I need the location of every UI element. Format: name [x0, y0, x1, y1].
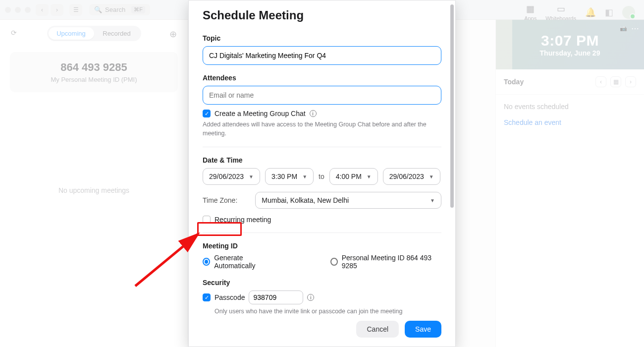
datetime-label: Date & Time	[203, 156, 441, 164]
start-time-select[interactable]: 3:30 PM ▼	[265, 168, 314, 185]
passcode-label: Passcode	[215, 293, 245, 301]
dialog-footer: Cancel Save	[189, 315, 455, 347]
meetingid-options: Generate Automatically Personal Meeting …	[203, 254, 441, 270]
cancel-button[interactable]: Cancel	[356, 321, 399, 338]
left-column: ⟳ ⊕ Upcoming Recorded 864 493 9285 My Pe…	[0, 20, 188, 347]
scrollbar-thumb[interactable]	[450, 4, 454, 208]
nav-back-button[interactable]: ‹	[36, 4, 49, 16]
nav-forward-button[interactable]: ›	[51, 4, 63, 16]
info-icon[interactable]: i	[307, 294, 314, 301]
topic-section: Topic	[203, 34, 441, 65]
zoom-dot[interactable]	[25, 7, 31, 13]
close-dot[interactable]	[5, 7, 11, 13]
calendar-button[interactable]: ▦	[610, 76, 621, 87]
clock-time: 3:07 PM	[541, 32, 599, 49]
apps-icon: ▦	[526, 3, 535, 14]
chevron-down-icon: ▼	[430, 198, 435, 203]
chevron-down-icon: ▼	[302, 174, 307, 179]
recurring-row: Recurring meeting	[203, 216, 441, 224]
top-right-icons: ▦ Apps ▭ Whiteboards 🔔 ◧	[524, 3, 635, 21]
timezone-select[interactable]: Mumbai, Kolkata, New Delhi ▼	[255, 192, 441, 209]
meetingid-label: Meeting ID	[203, 242, 441, 250]
passcode-help: Only users who have the invite link or p…	[215, 307, 441, 315]
tab-upcoming[interactable]: Upcoming	[49, 27, 94, 40]
recurring-checkbox[interactable]	[203, 216, 211, 224]
groupchat-help: Added attendees will have access to the …	[203, 120, 441, 138]
attendees-section: Attendees ✓ Create a Meeting Group Chat …	[203, 74, 441, 138]
tab-recorded[interactable]: Recorded	[94, 27, 140, 40]
whiteboards-button[interactable]: ▭ Whiteboards	[545, 3, 576, 21]
meetingid-auto-label: Generate Automatically	[214, 254, 280, 270]
avatar[interactable]	[622, 6, 635, 19]
today-label: Today	[504, 78, 524, 86]
chevron-down-icon: ▼	[367, 174, 372, 179]
topic-label: Topic	[203, 34, 441, 42]
whiteboards-icon: ▭	[557, 3, 565, 14]
minimize-dot[interactable]	[15, 7, 21, 13]
passcode-row: ✓ Passcode i	[203, 290, 441, 304]
pmi-card[interactable]: 864 493 9285 My Personal Meeting ID (PMI…	[10, 52, 178, 92]
no-upcoming-meetings: No upcoming meetings	[10, 186, 178, 194]
history-button[interactable]: ☰	[69, 4, 82, 16]
toggle-panel-icon[interactable]: ◧	[605, 7, 613, 18]
clock-date: Thursday, June 29	[540, 49, 600, 57]
timezone-label: Time Zone:	[203, 196, 237, 204]
search-field[interactable]: 🔍 Search ⌘F	[89, 4, 150, 15]
start-time-value: 3:30 PM	[271, 173, 297, 180]
groupchat-label: Create a Meeting Group Chat	[215, 110, 306, 117]
next-day-button[interactable]: ›	[625, 76, 636, 87]
search-shortcut: ⌘F	[131, 6, 145, 13]
meetingid-personal-option[interactable]: Personal Meeting ID 864 493 9285	[330, 254, 441, 270]
add-meeting-icon[interactable]: ⊕	[169, 29, 177, 40]
timezone-row: Time Zone: Mumbai, Kolkata, New Delhi ▼	[203, 192, 441, 209]
apps-button[interactable]: ▦ Apps	[524, 3, 537, 21]
meetingid-personal-label: Personal Meeting ID 864 493 9285	[342, 254, 441, 270]
schedule-meeting-dialog: Schedule Meeting Topic Attendees ✓ Creat…	[188, 0, 456, 347]
meetingid-auto-option[interactable]: Generate Automatically	[203, 254, 281, 270]
traffic-lights	[5, 7, 31, 13]
save-button[interactable]: Save	[405, 321, 441, 338]
radio-unselected[interactable]	[330, 258, 338, 266]
camera-icon[interactable]: 📷	[620, 25, 627, 32]
pmi-number: 864 493 9285	[19, 61, 169, 74]
end-time-value: 4:00 PM	[336, 173, 362, 180]
security-label: Security	[203, 279, 441, 287]
today-row: Today ‹ ▦ ›	[496, 69, 644, 95]
groupchat-checkbox[interactable]: ✓	[203, 110, 211, 117]
to-label: to	[319, 173, 324, 180]
divider	[203, 232, 441, 233]
no-events-label: No events scheduled	[496, 95, 644, 118]
schedule-event-link[interactable]: Schedule an event	[496, 118, 644, 126]
chevron-down-icon: ▼	[429, 174, 434, 179]
scrollbar[interactable]	[450, 4, 454, 322]
today-nav: ‹ ▦ ›	[595, 76, 636, 87]
datetime-section: Date & Time 29/06/2023 ▼ 3:30 PM ▼ to 4:…	[203, 156, 441, 224]
groupchat-row: ✓ Create a Meeting Group Chat i	[203, 110, 441, 117]
security-section: Security ✓ Passcode i Only users who hav…	[203, 279, 441, 315]
notifications-icon[interactable]: 🔔	[585, 7, 596, 18]
start-date-value: 29/06/2023	[209, 173, 244, 180]
passcode-input[interactable]	[249, 290, 303, 304]
end-date-select[interactable]: 29/06/2023 ▼	[383, 168, 440, 185]
plant-decoration	[496, 20, 526, 69]
refresh-icon[interactable]: ⟳	[11, 29, 17, 37]
more-icon[interactable]: ⋯	[631, 24, 639, 33]
chevron-down-icon: ▼	[249, 174, 254, 179]
search-placeholder: Search	[105, 6, 125, 13]
topic-input[interactable]	[203, 46, 441, 65]
end-time-select[interactable]: 4:00 PM ▼	[329, 168, 378, 185]
start-date-select[interactable]: 29/06/2023 ▼	[203, 168, 260, 185]
recurring-label: Recurring meeting	[215, 216, 271, 224]
passcode-checkbox[interactable]: ✓	[203, 293, 211, 301]
dialog-title: Schedule Meeting	[203, 8, 441, 22]
radio-selected[interactable]	[203, 258, 210, 266]
meetingid-section: Meeting ID Generate Automatically Person…	[203, 242, 441, 270]
meetings-tabs: Upcoming Recorded	[47, 26, 141, 41]
prev-day-button[interactable]: ‹	[595, 76, 606, 87]
datetime-row: 29/06/2023 ▼ 3:30 PM ▼ to 4:00 PM ▼ 29/0…	[203, 168, 441, 185]
right-panel: 📷 ⋯ 3:07 PM Thursday, June 29 Today ‹ ▦ …	[495, 20, 644, 347]
search-icon: 🔍	[94, 6, 102, 13]
attendees-input[interactable]	[203, 86, 441, 105]
info-icon[interactable]: i	[310, 110, 317, 117]
timezone-value: Mumbai, Kolkata, New Delhi	[262, 196, 349, 204]
